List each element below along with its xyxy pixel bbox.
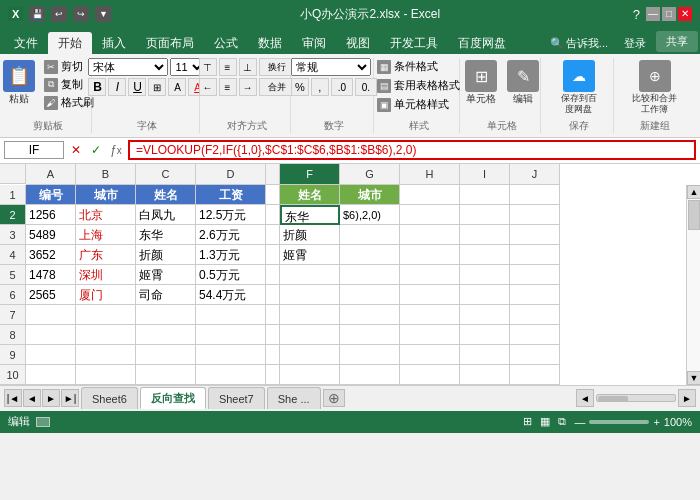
- cell-H3[interactable]: [400, 225, 460, 245]
- cell-D1[interactable]: 工资: [196, 185, 266, 205]
- cell-G2[interactable]: $6),2,0): [340, 205, 400, 225]
- tab-review[interactable]: 审阅: [292, 32, 336, 54]
- sheet-tab-she[interactable]: She ...: [267, 387, 321, 409]
- cell-G4[interactable]: [340, 245, 400, 265]
- cell-I3[interactable]: [460, 225, 510, 245]
- col-B[interactable]: B: [76, 164, 136, 185]
- cell-D6[interactable]: 54.4万元: [196, 285, 266, 305]
- col-H[interactable]: H: [400, 164, 460, 185]
- sheet-nav-last[interactable]: ►|: [61, 389, 79, 407]
- cell-H4[interactable]: [400, 245, 460, 265]
- cell-G5[interactable]: [340, 265, 400, 285]
- tab-home[interactable]: 开始: [48, 32, 92, 54]
- cell-I1[interactable]: [460, 185, 510, 205]
- cell-C2[interactable]: 白凤九: [136, 205, 196, 225]
- align-center-button[interactable]: ≡: [219, 78, 237, 96]
- sheet-tab-sheet6[interactable]: Sheet6: [81, 387, 138, 409]
- compare-merge-button[interactable]: ⊕ 比较和合并工作簿: [626, 58, 684, 117]
- fill-color-button[interactable]: A: [168, 78, 186, 96]
- cell-A2[interactable]: 1256: [26, 205, 76, 225]
- cell-E6[interactable]: [266, 285, 280, 305]
- cell-C1[interactable]: 姓名: [136, 185, 196, 205]
- italic-button[interactable]: I: [108, 78, 126, 96]
- conditional-format-button[interactable]: ▦条件格式: [374, 58, 441, 75]
- tab-file[interactable]: 文件: [4, 32, 48, 54]
- cell-F6[interactable]: [280, 285, 340, 305]
- cell-button[interactable]: ⊞ 单元格: [461, 58, 501, 107]
- cell-B4[interactable]: 广东: [76, 245, 136, 265]
- cell-J2[interactable]: [510, 205, 560, 225]
- cell-empty[interactable]: [26, 305, 76, 325]
- underline-button[interactable]: U: [128, 78, 146, 96]
- customize-icon[interactable]: ▼: [95, 6, 111, 22]
- cell-G1[interactable]: 城市: [340, 185, 400, 205]
- scroll-down-button[interactable]: ▼: [687, 371, 700, 385]
- cell-E3[interactable]: [266, 225, 280, 245]
- cell-H6[interactable]: [400, 285, 460, 305]
- bold-button[interactable]: B: [88, 78, 106, 96]
- cell-E4[interactable]: [266, 245, 280, 265]
- tab-formula[interactable]: 公式: [204, 32, 248, 54]
- cell-A1[interactable]: 编号: [26, 185, 76, 205]
- tab-dev[interactable]: 开发工具: [380, 32, 448, 54]
- scroll-left-button[interactable]: ◄: [576, 389, 594, 407]
- cell-D4[interactable]: 1.3万元: [196, 245, 266, 265]
- cell-A6[interactable]: 2565: [26, 285, 76, 305]
- formula-input[interactable]: [128, 140, 696, 160]
- zoom-in-button[interactable]: +: [653, 416, 659, 428]
- quick-save-icon[interactable]: 💾: [29, 6, 45, 22]
- cell-B6[interactable]: 厦门: [76, 285, 136, 305]
- sheet-nav-prev[interactable]: ◄: [23, 389, 41, 407]
- align-top-button[interactable]: ⊤: [199, 58, 217, 76]
- align-left-button[interactable]: ←: [199, 78, 217, 96]
- col-F[interactable]: F: [280, 164, 340, 185]
- cell-E5[interactable]: [266, 265, 280, 285]
- comma-button[interactable]: ,: [311, 78, 329, 96]
- cell-J5[interactable]: [510, 265, 560, 285]
- cell-D3[interactable]: 2.6万元: [196, 225, 266, 245]
- cell-F2[interactable]: 东华: [280, 205, 340, 225]
- col-A[interactable]: A: [26, 164, 76, 185]
- insert-function-icon[interactable]: ƒx: [108, 142, 124, 158]
- cell-B3[interactable]: 上海: [76, 225, 136, 245]
- redo-icon[interactable]: ↪: [73, 6, 89, 22]
- cell-H1[interactable]: [400, 185, 460, 205]
- close-button[interactable]: ✕: [678, 7, 692, 21]
- cell-I5[interactable]: [460, 265, 510, 285]
- cell-F1[interactable]: 姓名: [280, 185, 340, 205]
- add-sheet-button[interactable]: ⊕: [323, 389, 345, 407]
- cell-C3[interactable]: 东华: [136, 225, 196, 245]
- cell-G3[interactable]: [340, 225, 400, 245]
- cell-J3[interactable]: [510, 225, 560, 245]
- restore-button[interactable]: □: [662, 7, 676, 21]
- name-box[interactable]: [4, 141, 64, 159]
- login-button[interactable]: 登录: [616, 33, 654, 54]
- tell-me-button[interactable]: 🔍 告诉我...: [542, 33, 616, 54]
- cancel-formula-icon[interactable]: ✕: [68, 142, 84, 158]
- scroll-right-button[interactable]: ►: [678, 389, 696, 407]
- merge-button[interactable]: 合并: [259, 78, 295, 96]
- tab-insert[interactable]: 插入: [92, 32, 136, 54]
- col-D[interactable]: D: [196, 164, 266, 185]
- cell-I4[interactable]: [460, 245, 510, 265]
- number-format-select[interactable]: 常规: [291, 58, 371, 76]
- cell-H5[interactable]: [400, 265, 460, 285]
- align-right-button[interactable]: →: [239, 78, 257, 96]
- col-C[interactable]: C: [136, 164, 196, 185]
- table-style-button[interactable]: ▤套用表格格式: [374, 77, 463, 94]
- cell-E2[interactable]: [266, 205, 280, 225]
- tab-layout[interactable]: 页面布局: [136, 32, 204, 54]
- scroll-up-button[interactable]: ▲: [687, 185, 700, 199]
- col-J[interactable]: J: [510, 164, 560, 185]
- cell-empty[interactable]: [26, 325, 76, 345]
- cell-D5[interactable]: 0.5万元: [196, 265, 266, 285]
- confirm-formula-icon[interactable]: ✓: [88, 142, 104, 158]
- tab-baidu[interactable]: 百度网盘: [448, 32, 516, 54]
- align-middle-button[interactable]: ≡: [219, 58, 237, 76]
- cell-H2[interactable]: [400, 205, 460, 225]
- view-break-icon[interactable]: ⧉: [558, 415, 566, 428]
- cell-C5[interactable]: 姬霄: [136, 265, 196, 285]
- cell-C4[interactable]: 折颜: [136, 245, 196, 265]
- vertical-scrollbar[interactable]: ▲ ▼: [686, 185, 700, 385]
- view-normal-icon[interactable]: ⊞: [523, 415, 532, 428]
